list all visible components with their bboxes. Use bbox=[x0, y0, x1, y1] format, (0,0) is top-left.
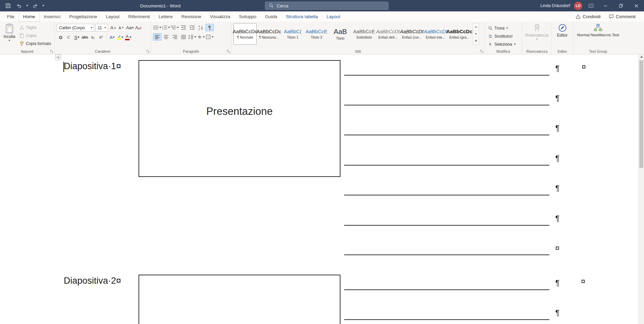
undo-dropdown[interactable] bbox=[26, 5, 28, 6]
font-family-combo[interactable]: Calibri (Corpo bbox=[57, 24, 94, 32]
style-normale[interactable]: AaBbCcDc¶ Normale bbox=[233, 23, 257, 45]
line-spacing-button[interactable] bbox=[188, 33, 197, 41]
tab-layout[interactable]: Layout bbox=[322, 11, 345, 21]
change-case-button[interactable]: Aa bbox=[125, 24, 135, 32]
increase-indent-button[interactable] bbox=[188, 24, 197, 31]
note-line[interactable]: ¤ bbox=[344, 244, 549, 255]
tab-revisione[interactable]: Revisione bbox=[177, 11, 206, 21]
style-gallery-up-button[interactable] bbox=[473, 24, 479, 31]
subscript-button[interactable]: x₂ bbox=[89, 34, 97, 41]
bullets-button[interactable] bbox=[153, 24, 162, 31]
style-titolo-2[interactable]: AaBbCcETitolo 2 bbox=[305, 23, 328, 45]
cut-button[interactable]: Taglia bbox=[19, 24, 51, 31]
comments-button[interactable]: Commenti bbox=[606, 13, 639, 20]
tab-struttura-tabella[interactable]: Struttura tabella bbox=[281, 11, 322, 21]
style-enfasi-inte[interactable]: AaBbCcDtEnfasi inte... bbox=[424, 23, 447, 45]
tab-home[interactable]: Home bbox=[19, 11, 40, 21]
font-size-combo[interactable]: 11 bbox=[95, 24, 108, 32]
style-enfasi-cor[interactable]: AaBbCcDtEnfasi (cor... bbox=[400, 23, 423, 45]
tab-progettazione[interactable]: Progettazione bbox=[65, 11, 101, 21]
redo-button[interactable] bbox=[31, 2, 39, 10]
style-gallery-down-button[interactable] bbox=[473, 31, 479, 38]
undo-button[interactable] bbox=[15, 2, 23, 10]
user-name[interactable]: Linda Dräusdorf bbox=[540, 3, 570, 8]
note-line[interactable]: ¶ bbox=[344, 309, 549, 320]
justify-button[interactable] bbox=[179, 33, 188, 41]
highlight-color-button[interactable] bbox=[116, 34, 124, 41]
tab-sviluppo[interactable]: Sviluppo bbox=[235, 11, 261, 21]
sensitivity-button[interactable]: Riservatezza bbox=[522, 21, 551, 48]
align-center-button[interactable] bbox=[162, 33, 170, 41]
tab-layout[interactable]: Layout bbox=[102, 11, 124, 21]
save-button[interactable] bbox=[4, 2, 12, 10]
slide-row-label[interactable]: Diapositiva·1¤ bbox=[64, 61, 121, 72]
slide-box[interactable]: Presentazione bbox=[139, 60, 340, 177]
copy-button[interactable]: Copia bbox=[19, 32, 51, 39]
note-line[interactable]: ¶ bbox=[344, 184, 549, 195]
text-effects-button[interactable]: A bbox=[108, 34, 116, 41]
style-titolo[interactable]: AaBTitolo bbox=[329, 23, 352, 45]
ribbon-display-options-button[interactable] bbox=[587, 2, 595, 10]
sort-button[interactable]: AZ bbox=[197, 24, 205, 31]
tab-lettere[interactable]: Lettere bbox=[154, 11, 177, 21]
tab-guida[interactable]: Guida bbox=[261, 11, 281, 21]
clear-formatting-button[interactable]: A bbox=[135, 24, 143, 32]
macro-test-button[interactable]: Normal.NewMacros.Test bbox=[573, 21, 623, 48]
note-line[interactable]: ¶ bbox=[344, 64, 549, 76]
strikethrough-button[interactable]: abc bbox=[81, 34, 89, 41]
note-line[interactable]: ¶ bbox=[344, 94, 549, 105]
grow-font-button[interactable]: A▲ bbox=[109, 24, 117, 32]
align-right-button[interactable] bbox=[170, 33, 179, 41]
bold-button[interactable]: G bbox=[57, 34, 65, 41]
style-enfasi-gra[interactable]: AaBbCcDcEnfasi (gra... bbox=[448, 23, 471, 45]
note-line[interactable]: ¶ bbox=[344, 279, 549, 290]
table-move-handle[interactable] bbox=[55, 54, 61, 60]
shrink-font-button[interactable]: A▼ bbox=[117, 24, 125, 32]
style-sottotitolo[interactable]: AaBbCcESottotitolo bbox=[353, 23, 376, 45]
style-nessuna[interactable]: AaBbCcDc¶ Nessuna... bbox=[257, 23, 280, 45]
note-line[interactable]: ¶ bbox=[344, 124, 549, 135]
slide-box[interactable] bbox=[139, 275, 340, 324]
tab-visualizza[interactable]: Visualizza bbox=[206, 11, 235, 21]
share-button[interactable]: Condividi bbox=[573, 13, 603, 20]
note-line[interactable]: ¶ bbox=[344, 214, 549, 226]
style-titolo-1[interactable]: AaBbC(Titolo 1 bbox=[281, 23, 304, 45]
shading-button[interactable] bbox=[197, 33, 205, 41]
maximize-button[interactable] bbox=[613, 0, 629, 11]
font-dialog-launcher[interactable] bbox=[146, 50, 150, 53]
paragraph-dialog-launcher[interactable] bbox=[227, 50, 230, 53]
italic-button[interactable]: C bbox=[65, 34, 73, 41]
qat-customize-button[interactable] bbox=[42, 5, 44, 6]
clipboard-dialog-launcher[interactable] bbox=[50, 50, 53, 53]
close-button[interactable] bbox=[629, 0, 644, 11]
find-button[interactable]: Trova bbox=[488, 25, 522, 31]
tab-riferimenti[interactable]: Riferimenti bbox=[124, 11, 154, 21]
minimize-button[interactable] bbox=[598, 0, 613, 11]
slide-title[interactable]: Presentazione bbox=[139, 105, 340, 118]
align-left-button[interactable] bbox=[153, 33, 162, 41]
superscript-button[interactable]: x² bbox=[97, 34, 105, 41]
show-formatting-marks-button[interactable]: ¶ bbox=[205, 24, 214, 31]
multilevel-list-button[interactable] bbox=[170, 24, 179, 31]
vertical-scrollbar[interactable] bbox=[638, 54, 644, 324]
avatar[interactable]: LD bbox=[574, 2, 582, 10]
note-line[interactable]: ¶ bbox=[344, 154, 549, 166]
editor-button[interactable]: Editor bbox=[552, 21, 573, 48]
style-gallery-more-button[interactable] bbox=[473, 38, 479, 44]
styles-dialog-launcher[interactable] bbox=[480, 50, 483, 53]
scroll-up-icon[interactable] bbox=[640, 56, 643, 58]
format-painter-button[interactable]: Copia formato bbox=[19, 40, 51, 47]
scrollbar-thumb[interactable] bbox=[639, 60, 643, 168]
decrease-indent-button[interactable] bbox=[179, 24, 188, 31]
tab-file[interactable]: File bbox=[3, 11, 19, 21]
replace-button[interactable]: Sostituisci bbox=[488, 33, 522, 39]
borders-button[interactable] bbox=[205, 33, 214, 41]
style-enfasi-deli[interactable]: AaBbCcDtEnfasi deli... bbox=[376, 23, 399, 45]
search-box[interactable]: Cerca bbox=[265, 2, 388, 10]
font-color-button[interactable]: A bbox=[124, 34, 132, 41]
select-button[interactable]: Seleziona bbox=[488, 41, 522, 47]
numbering-button[interactable]: 123 bbox=[162, 24, 170, 31]
tab-inserisci[interactable]: Inserisci bbox=[40, 11, 65, 21]
document-page[interactable]: Diapositiva·1¤Presentazione¶¶¶¶¶¶¤¤Diapo… bbox=[0, 54, 638, 324]
paste-dropdown[interactable] bbox=[8, 40, 10, 41]
